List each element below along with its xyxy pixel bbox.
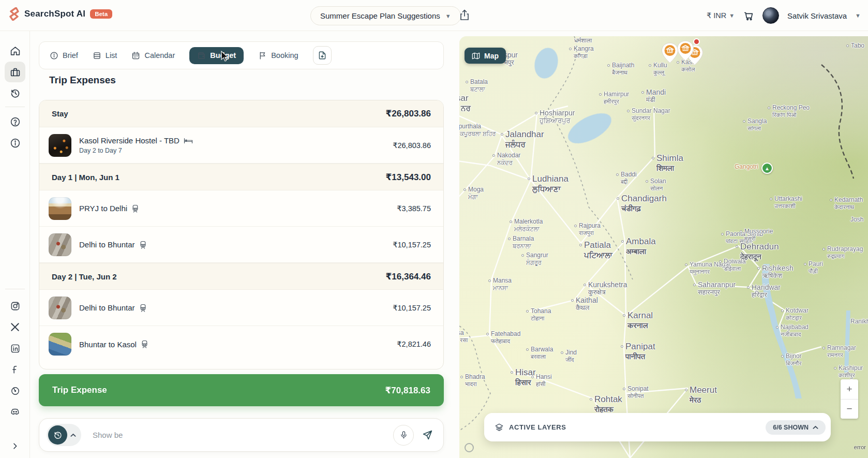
- discord-icon[interactable]: [5, 402, 25, 422]
- group-amount: ₹16,364.46: [386, 271, 431, 282]
- zoom-out-button[interactable]: −: [841, 400, 858, 419]
- item-thumbnail: [49, 333, 71, 356]
- chat-input-bar[interactable]: Show be: [39, 418, 444, 452]
- item-thumbnail: [49, 134, 71, 157]
- sidebar-divider: [5, 289, 25, 289]
- layers-toggle[interactable]: 6/6 SHOWN: [766, 420, 826, 435]
- brand[interactable]: SearchSpot AI Beta: [8, 7, 112, 21]
- tab-budget[interactable]: Budget: [189, 47, 244, 64]
- item-title: PRYJ to Delhi: [79, 204, 127, 213]
- item-thumbnail: [49, 233, 71, 256]
- train-icon: [139, 241, 147, 249]
- brand-logo-icon: [8, 7, 20, 21]
- expense-row[interactable]: PRYJ to Delhi ₹3,385.75: [39, 190, 443, 227]
- trip-total-bar: Trip Expense ₹70,818.63: [39, 374, 444, 406]
- info-icon: [50, 51, 58, 60]
- poi-marker-red[interactable]: [693, 38, 700, 45]
- expense-row[interactable]: Delhi to Bhuntar ₹10,157.25: [39, 227, 443, 263]
- item-title: Delhi to Bhuntar: [79, 303, 135, 312]
- item-amount: ₹26,803.86: [393, 141, 431, 150]
- item-amount: ₹3,385.75: [397, 204, 431, 213]
- currency-selector[interactable]: ₹ INR ▼: [707, 11, 735, 20]
- map-panel[interactable]: धर्मशालाKangraकाँगड़ाBaijnathबैजनाथaspur…: [459, 36, 868, 458]
- sidebar-item-help[interactable]: [5, 111, 25, 132]
- expense-row[interactable]: Delhi to Bhuntar ₹10,157.25: [39, 290, 443, 326]
- plan-selector-label: Summer Escape Plan Suggestions: [320, 11, 440, 20]
- poi-pin[interactable]: [677, 40, 694, 62]
- group-amount: ₹13,543.00: [386, 172, 431, 183]
- expense-group-header: Day 1 | Mon, Jun 1₹13,543.00: [39, 164, 443, 190]
- item-subtitle: Day 2 to Day 7: [79, 147, 393, 154]
- threads-icon[interactable]: [5, 380, 25, 401]
- layers-icon: [495, 423, 504, 432]
- tab-calendar[interactable]: Calendar: [131, 51, 175, 60]
- active-layers-label: ACTIVE LAYERS: [509, 423, 566, 431]
- x-twitter-icon[interactable]: [5, 317, 25, 337]
- instagram-icon[interactable]: [5, 296, 25, 316]
- sidebar-item-home[interactable]: [5, 40, 25, 61]
- sidebar-item-history[interactable]: [5, 83, 25, 104]
- chevron-down-icon: ▼: [729, 12, 735, 19]
- active-layers-header: ACTIVE LAYERS: [495, 423, 566, 432]
- item-amount: ₹2,821.46: [397, 340, 431, 348]
- item-amount: ₹10,157.25: [393, 241, 431, 249]
- wallet-icon: [197, 51, 206, 60]
- facebook-icon[interactable]: [5, 359, 25, 380]
- trip-total-amount: ₹70,818.63: [385, 385, 430, 396]
- mic-button[interactable]: [393, 425, 414, 446]
- chat-history-toggle[interactable]: [47, 424, 81, 446]
- map-attribution: error: [854, 444, 866, 450]
- sidebar: [0, 31, 30, 458]
- linkedin-icon[interactable]: [5, 338, 25, 359]
- avatar[interactable]: [762, 7, 779, 24]
- map-logo: [465, 443, 474, 452]
- map-roads-layer: [459, 36, 868, 458]
- train-icon: [141, 340, 148, 348]
- train-icon: [139, 304, 147, 312]
- item-amount: ₹10,157.25: [393, 304, 431, 312]
- map-type-button[interactable]: Map: [465, 48, 506, 64]
- group-label: Day 2 | Tue, Jun 2: [52, 272, 117, 281]
- poi-marker-green[interactable]: ▲: [761, 162, 773, 174]
- export-button[interactable]: [313, 46, 332, 65]
- expense-row[interactable]: Bhuntar to Kasol ₹2,821.46: [39, 326, 443, 362]
- plan-selector[interactable]: Summer Escape Plan Suggestions ▼: [310, 6, 461, 25]
- chevron-down-icon: ▼: [445, 13, 451, 19]
- group-label: Day 1 | Mon, Jun 1: [52, 173, 119, 182]
- chat-input[interactable]: Show be: [93, 431, 393, 439]
- share-button[interactable]: [459, 9, 470, 21]
- item-thumbnail: [49, 297, 71, 319]
- item-title: Delhi to Bhuntar: [79, 240, 135, 249]
- chevron-up-icon: [70, 433, 76, 437]
- expense-row[interactable]: Kasol Riverside Hostel - TBD Day 2 to Da…: [39, 127, 443, 164]
- currency-label: ₹ INR: [707, 11, 726, 20]
- chevron-down-icon[interactable]: ▼: [855, 12, 861, 19]
- map-zoom-control: + −: [841, 379, 858, 419]
- poi-pin[interactable]: [661, 42, 679, 64]
- tab-list[interactable]: List: [93, 51, 117, 60]
- tab-brief[interactable]: Brief: [50, 51, 78, 60]
- trip-total-label: Trip Expense: [52, 385, 107, 395]
- map-type-label: Map: [484, 52, 499, 60]
- page-title: Trip Expenses: [49, 75, 116, 86]
- expense-group-header: Day 2 | Tue, Jun 2₹16,364.46: [39, 263, 443, 290]
- active-layers-card: ACTIVE LAYERS 6/6 SHOWN: [484, 413, 831, 441]
- train-icon: [131, 204, 139, 213]
- user-name: Satvik Srivastava: [787, 11, 847, 20]
- tab-booking[interactable]: Booking: [258, 51, 298, 60]
- expense-group-header: Stay₹26,803.86: [39, 100, 443, 127]
- sidebar-item-trips[interactable]: [5, 62, 25, 82]
- history-icon: [48, 425, 67, 445]
- bed-icon: [184, 137, 193, 144]
- sidebar-item-info[interactable]: [5, 132, 25, 153]
- group-amount: ₹26,803.86: [386, 108, 431, 119]
- item-thumbnail: [49, 197, 71, 220]
- send-button[interactable]: [422, 430, 433, 440]
- beta-badge: Beta: [90, 9, 112, 19]
- cart-button[interactable]: [743, 10, 754, 21]
- sidebar-divider: [5, 107, 25, 107]
- zoom-in-button[interactable]: +: [841, 379, 858, 400]
- app-header: SearchSpot AI Beta Summer Escape Plan Su…: [0, 0, 868, 31]
- layers-count: 6/6 SHOWN: [773, 424, 809, 431]
- sidebar-expand-button[interactable]: [5, 436, 25, 456]
